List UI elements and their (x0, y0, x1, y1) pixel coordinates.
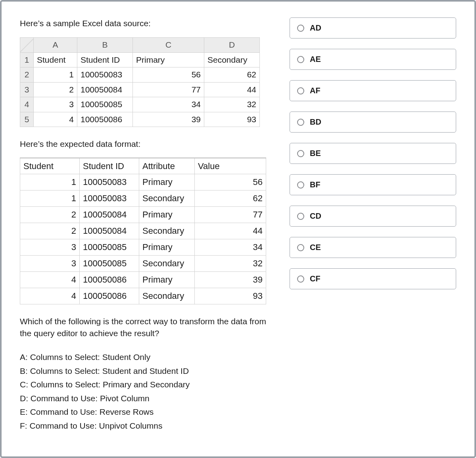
answer-option-BF[interactable]: BF (290, 174, 456, 195)
answer-label: AE (310, 55, 321, 64)
answer-label: CD (310, 212, 321, 221)
radio-icon (297, 181, 304, 189)
radio-icon (297, 213, 304, 220)
table-row: 2100050084Primary77 (20, 207, 266, 223)
row-number: 1 (20, 52, 34, 67)
radio-icon (297, 87, 304, 94)
data-cell: 2 (34, 82, 77, 97)
data-cell: 3 (34, 97, 77, 112)
data-cell: 32 (204, 97, 260, 112)
radio-icon (297, 25, 304, 32)
header-cell: Student ID (77, 52, 133, 67)
answer-label: BE (310, 149, 321, 158)
header-cell: Value (195, 158, 266, 174)
radio-icon (297, 244, 304, 251)
choice-def-B: B: Columns to Select: Student and Studen… (20, 365, 274, 377)
answer-option-CF[interactable]: CF (290, 268, 456, 289)
data-cell: 100050085 (77, 97, 133, 112)
choice-def-F: F: Command to Use: Unpivot Columns (20, 420, 274, 432)
header-cell: Attribute (139, 158, 195, 174)
table-row: 1100050083Primary56 (20, 174, 266, 191)
col-letter: A (34, 38, 77, 52)
choice-def-D: D: Command to Use: Pivot Column (20, 393, 274, 404)
data-cell: 100050086 (77, 112, 133, 127)
question-body: Here’s a sample Excel data source: A B C… (20, 17, 274, 441)
table-row: 2100050084Secondary44 (20, 223, 266, 239)
answer-option-BD[interactable]: BD (290, 112, 456, 133)
data-cell: 93 (204, 112, 260, 127)
col-letter: B (77, 38, 133, 52)
expected-format-table: Student Student ID Attribute Value 11000… (20, 158, 266, 304)
table-row: 3100050085Secondary32 (20, 255, 266, 271)
data-cell: 44 (204, 82, 260, 97)
intro-text-1: Here’s a sample Excel data source: (20, 17, 274, 29)
choice-def-E: E: Command to Use: Reverse Rows (20, 406, 274, 418)
answer-label: AD (310, 23, 321, 33)
answer-label: AF (310, 86, 321, 95)
data-cell: 39 (133, 112, 204, 127)
answer-option-AD[interactable]: AD (290, 17, 456, 38)
radio-icon (297, 150, 304, 157)
answer-option-AE[interactable]: AE (290, 49, 456, 70)
table-row: 4100050086Primary39 (20, 271, 266, 288)
answer-label: CE (310, 243, 321, 252)
data-cell: 100050083 (77, 67, 133, 82)
col-letter: C (133, 38, 204, 52)
row-number: 5 (20, 112, 34, 127)
answer-option-CE[interactable]: CE (290, 237, 456, 258)
radio-icon (297, 275, 304, 283)
choice-def-C: C: Columns to Select: Primary and Second… (20, 379, 274, 391)
col-letter: D (204, 38, 260, 52)
table-row: 1100050083Secondary62 (20, 191, 266, 207)
question-text: Which of the following is the correct wa… (20, 316, 274, 340)
data-cell: 62 (204, 67, 260, 82)
data-cell: 77 (133, 82, 204, 97)
header-cell: Primary (133, 52, 204, 67)
row-number: 2 (20, 67, 34, 82)
radio-icon (297, 56, 304, 63)
table-row: 3100050085Primary34 (20, 239, 266, 255)
excel-corner-cell (20, 38, 34, 52)
row-number: 3 (20, 82, 34, 97)
answer-label: CF (310, 274, 321, 283)
excel-source-table: A B C D 1 Student Student ID Primary Sec… (20, 37, 260, 127)
row-number: 4 (20, 97, 34, 112)
answer-label: BF (310, 180, 321, 189)
table-row: 4100050086Secondary93 (20, 288, 266, 304)
answer-options: AD AE AF BD BE BF CD CE (290, 17, 456, 441)
answer-option-AF[interactable]: AF (290, 80, 456, 101)
choice-definitions: A: Columns to Select: Student Only B: Co… (20, 351, 274, 432)
header-cell: Secondary (204, 52, 260, 67)
answer-option-BE[interactable]: BE (290, 143, 456, 164)
header-cell: Student ID (80, 158, 139, 174)
radio-icon (297, 119, 304, 126)
data-cell: 4 (34, 112, 77, 127)
data-cell: 100050084 (77, 82, 133, 97)
data-cell: 56 (133, 67, 204, 82)
header-cell: Student (20, 158, 80, 174)
question-frame: Here’s a sample Excel data source: A B C… (0, 0, 476, 458)
choice-def-A: A: Columns to Select: Student Only (20, 351, 274, 363)
answer-option-CD[interactable]: CD (290, 206, 456, 227)
data-cell: 34 (133, 97, 204, 112)
header-cell: Student (34, 52, 77, 67)
answer-label: BD (310, 117, 321, 127)
intro-text-2: Here’s the expected data format: (20, 138, 274, 150)
data-cell: 1 (34, 67, 77, 82)
